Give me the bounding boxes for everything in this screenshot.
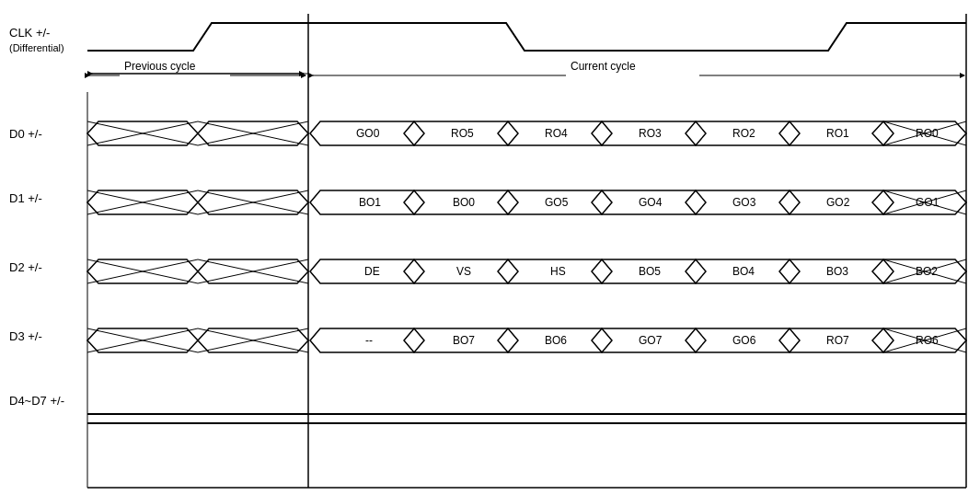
d0-ro2-text: RO2 [732,127,755,140]
d3-label: D3 +/- [9,329,42,343]
d0-ro3-text: RO3 [639,127,662,140]
d2-bo5-text: BO5 [639,265,661,278]
d3-ro7-text: RO7 [826,334,849,347]
d4-label: D4~D7 +/- [9,394,64,408]
d0-ro0-text: RO0 [916,127,939,140]
d1-bo1-text: BO1 [359,196,381,209]
d2-label: D2 +/- [9,260,42,274]
d0-go0-text: GO0 [356,127,380,140]
d1-go1-text: GO1 [916,196,940,209]
d3-ro6-text: RO6 [916,334,939,347]
d2-bo2-text: BO2 [916,265,938,278]
d1-bo0-text: BO0 [453,196,475,209]
d0-ro4-text: RO4 [545,127,568,140]
d2-bo3-text: BO3 [826,265,848,278]
d0-ro1-text: RO1 [826,127,849,140]
d3-bo7-text: BO7 [453,334,475,347]
d3-go7-text: GO7 [639,334,663,347]
d3-dash-text: -- [365,334,373,347]
clk-label: CLK +/- [9,26,50,40]
d1-go4-text: GO4 [639,196,663,209]
d3-go6-text: GO6 [732,334,756,347]
d1-label: D1 +/- [9,191,42,205]
timing-diagram: CLK +/- (Differential) Previous cycle Cu… [0,0,980,495]
d2-vs-text: VS [456,265,471,278]
d0-ro5-text: RO5 [451,127,474,140]
d3-bo6-text: BO6 [545,334,567,347]
d1-go5-text: GO5 [545,196,569,209]
d2-hs-text: HS [550,265,566,278]
curr-cycle-label: Current cycle [571,60,636,73]
prev-cycle-label: Previous cycle [124,60,196,73]
d1-go3-text: GO3 [732,196,756,209]
d2-de-text: DE [364,265,380,278]
clk-diff-label: (Differential) [9,42,64,53]
d1-go2-text: GO2 [826,196,850,209]
d0-label: D0 +/- [9,127,42,141]
clk-waveform [87,23,966,51]
d2-bo4-text: BO4 [732,265,755,278]
